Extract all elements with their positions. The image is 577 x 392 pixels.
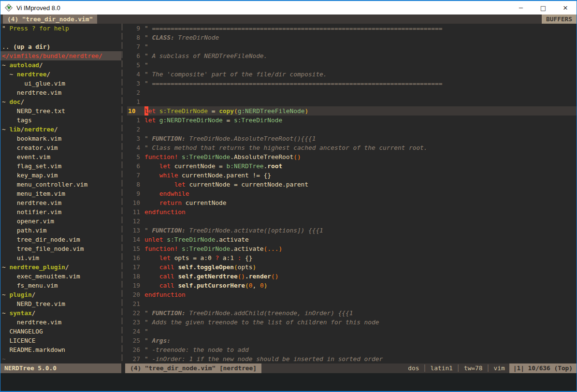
tree-item[interactable]: menu_item.vim	[0, 189, 121, 198]
tree-item[interactable]: tree_dir_node.vim	[0, 235, 121, 244]
code-line-cursor[interactable]: 10let s:TreeDirNode = copy(g:NERDTreeFil…	[127, 106, 577, 116]
code-line[interactable]: 4" Class method that returns the highest…	[127, 143, 577, 152]
tree-item[interactable]: menu_controller.vim	[0, 180, 121, 189]
code-line[interactable]: 3" =====================================…	[127, 79, 577, 88]
window-separator[interactable]	[121, 24, 127, 363]
tree-item[interactable]: LICENCE	[0, 336, 121, 345]
code-token: let	[144, 116, 156, 125]
code-line[interactable]: 24"	[127, 327, 577, 336]
code-line[interactable]: 16 let opts = a:0 ? a:1 : {}	[127, 253, 577, 262]
code-token: .	[264, 161, 268, 171]
tree-item[interactable]: README.markdown	[0, 345, 121, 354]
tree-item[interactable]: fs_menu.vim	[0, 281, 121, 290]
code-line[interactable]: 9 endwhile	[127, 189, 577, 198]
code-line[interactable]: 22" FUNCTION: TreeDirNode.addChild(treen…	[127, 308, 577, 318]
code-line[interactable]: 7"	[127, 42, 577, 51]
code-line[interactable]: 13" FUNCTION: TreeDirNode.activate([opti…	[127, 226, 577, 235]
code-line[interactable]: 8 let currentNode = currentNode.parent	[127, 180, 577, 189]
code-line[interactable]: 2	[127, 125, 577, 134]
code-line[interactable]: 5"	[127, 60, 577, 70]
code-line[interactable]: 14unlet s:TreeDirNode.activate	[127, 235, 577, 244]
code-line[interactable]: 20endfunction	[127, 290, 577, 299]
code-token: g:NERDTreeDirNode	[159, 116, 223, 125]
code-line[interactable]: 4" The 'composite' part of the file/dir …	[127, 70, 577, 79]
code-line[interactable]: 8" CLASS: TreeDirNode	[127, 33, 577, 42]
code-line[interactable]: 26" -treenode: the node to add	[127, 345, 577, 354]
code-token: bookmark.vim	[2, 135, 61, 142]
line-number: 2	[127, 88, 140, 97]
tab-tree-dir-node[interactable]: (4) "tree_dir_node.vim"	[3, 15, 97, 24]
code-line[interactable]: 5function! s:TreeDirNode.AbsoluteTreeRoo…	[127, 152, 577, 161]
tree-item[interactable]: opener.vim	[0, 217, 121, 226]
code-token: endfunction	[144, 207, 186, 217]
code-line[interactable]: 18 call self.getNerdtree().render()	[127, 272, 577, 281]
code-line[interactable]: 1	[127, 97, 577, 106]
tree-item[interactable]: nerdtree.vim	[0, 318, 121, 327]
tree-item[interactable]: ui.vim	[0, 253, 121, 262]
tree-item[interactable]: event.vim	[0, 152, 121, 161]
tree-item[interactable]: notifier.vim	[0, 207, 121, 217]
tree-root-path[interactable]: </vimfiles/bundle/nerdtree/	[0, 51, 121, 60]
code-line[interactable]: 17 call self.toggleOpen(opts)	[127, 262, 577, 272]
code-line[interactable]: 3" FUNCTION: TreeDirNode.AbsoluteTreeRoo…	[127, 134, 577, 143]
tree-item[interactable]: NERD_tree.vim	[0, 299, 121, 308]
code-line[interactable]: 6" A subclass of NERDTreeFileNode.	[127, 51, 577, 60]
code-token: README.markdown	[2, 346, 65, 353]
maximize-button[interactable]: □	[532, 1, 554, 15]
code-token	[156, 106, 159, 116]
tree-item[interactable]: tags	[0, 116, 121, 125]
tree-item[interactable]: " Press ? for help	[0, 24, 121, 33]
tree-item[interactable]: NERD_tree.txt	[0, 106, 121, 116]
tree-item[interactable]: flag_set.vim	[0, 161, 121, 171]
line-number: 5	[127, 152, 140, 161]
code-line[interactable]: 15function! s:TreeDirNode.activate(...)	[127, 244, 577, 253]
tree-item[interactable]: ~	[0, 354, 121, 363]
command-line[interactable]	[0, 373, 577, 391]
code-token: )	[253, 262, 257, 272]
code-token: "	[2, 25, 9, 32]
close-button[interactable]: ✕	[554, 1, 577, 15]
tree-item[interactable]: nerdtree.vim	[0, 198, 121, 207]
code-line[interactable]: 23" Adds the given treenode to the list …	[127, 318, 577, 327]
tree-item[interactable]: ui_glue.vim	[0, 79, 121, 88]
tree-item[interactable]: ~ doc/	[0, 97, 121, 106]
code-line[interactable]: 7 while currentNode.parent != {}	[127, 171, 577, 180]
tree-item[interactable]: path.vim	[0, 226, 121, 235]
code-token: currentNode = currentNode.parent	[186, 180, 308, 189]
code-line[interactable]: 19 call self.putCursorHere(0, 0)	[127, 281, 577, 290]
tree-item[interactable]: key_map.vim	[0, 171, 121, 180]
code-token: ~	[2, 71, 17, 78]
tree-item[interactable]	[0, 33, 121, 42]
tree-item[interactable]: .. (up a dir)	[0, 42, 121, 51]
tree-item[interactable]: ~ plugin/	[0, 290, 121, 299]
code-line[interactable]: 21	[127, 299, 577, 308]
tree-item[interactable]: ~ syntax/	[0, 308, 121, 318]
code-line[interactable]: 2	[127, 88, 577, 97]
code-line[interactable]: 6 let currentNode = b:NERDTree.root	[127, 161, 577, 171]
code-token: tree_file_node.vim	[2, 245, 84, 252]
code-line[interactable]: 11endfunction	[127, 207, 577, 217]
code-token	[144, 281, 159, 290]
code-line[interactable]: 9" =====================================…	[127, 24, 577, 33]
code-token	[144, 189, 159, 198]
code-line[interactable]: 10 return currentNode	[127, 198, 577, 207]
minimize-button[interactable]: ─	[510, 1, 532, 15]
code-line[interactable]: 1let g:NERDTreeDirNode = s:TreeDirNode	[127, 116, 577, 125]
tree-item[interactable]: ~ nerdtree_plugin/	[0, 262, 121, 272]
tree-item[interactable]: nerdtree.vim	[0, 88, 121, 97]
code-line[interactable]: 25" Args:	[127, 336, 577, 345]
tree-item[interactable]: exec_menuitem.vim	[0, 272, 121, 281]
line-number: 8	[127, 33, 140, 42]
tree-item[interactable]: CHANGELOG	[0, 327, 121, 336]
tree-item[interactable]: bookmark.vim	[0, 134, 121, 143]
tree-item[interactable]: tree_file_node.vim	[0, 244, 121, 253]
code-token: :	[238, 253, 242, 262]
code-token: ~	[2, 98, 9, 105]
code-line[interactable]: 27" -inOrder: 1 if the new node should b…	[127, 354, 577, 363]
code-line[interactable]: 12	[127, 217, 577, 226]
tree-item[interactable]: ~ autoload/	[0, 60, 121, 70]
code-token: nerdtree.vim	[2, 319, 61, 326]
tree-item[interactable]: ~ nerdtree/	[0, 70, 121, 79]
tree-item[interactable]: ~ lib/nerdtree/	[0, 125, 121, 134]
tree-item[interactable]: creator.vim	[0, 143, 121, 152]
